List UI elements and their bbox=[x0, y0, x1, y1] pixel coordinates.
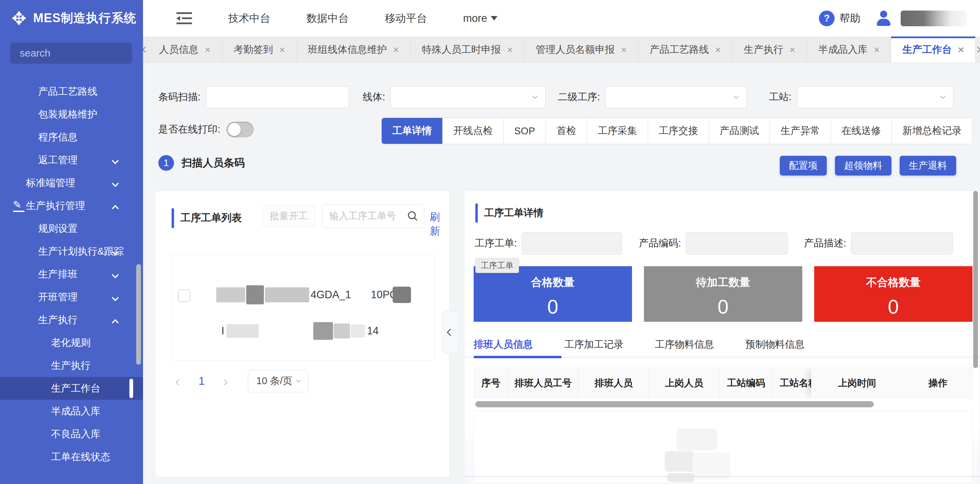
filter-line: 线体: bbox=[363, 86, 546, 108]
sidebar-item-standard-terminal-mgmt[interactable]: 标准端管理 bbox=[0, 171, 143, 194]
page-prev-button[interactable] bbox=[177, 375, 181, 387]
seg-process-handover[interactable]: 工序交接 bbox=[648, 118, 709, 144]
sidebar-item-defective-inbound[interactable]: 不良品入库 bbox=[0, 423, 143, 446]
seg-line-check[interactable]: 开线点检 bbox=[443, 118, 504, 144]
refresh-link[interactable]: 刷新 bbox=[430, 210, 449, 238]
open-tabs: 人员信息× 考勤签到× 班组线体信息维护× 特殊人员工时申报× 管理人员名额申报… bbox=[148, 37, 975, 63]
panel-collapse-handle[interactable] bbox=[442, 311, 459, 353]
chevron-down-icon bbox=[112, 180, 119, 187]
col-actions: 操作 bbox=[903, 368, 972, 398]
tab-process-materials[interactable]: 工序物料信息 bbox=[655, 338, 714, 351]
close-icon[interactable]: × bbox=[874, 45, 880, 55]
sidebar-item-semi-product-inbound[interactable]: 半成品入库 bbox=[0, 400, 143, 423]
close-icon[interactable]: × bbox=[507, 45, 513, 55]
tabs-scroll-right[interactable] bbox=[975, 37, 980, 63]
sidebar-item-production-workbench[interactable]: 生产工作台 bbox=[0, 377, 143, 400]
close-icon[interactable]: × bbox=[621, 45, 627, 55]
workorder-line1[interactable]: 4GDA_1 10PCS bbox=[216, 284, 411, 305]
help-button[interactable]: ? 帮助 bbox=[819, 11, 861, 26]
nav-mobile-platform[interactable]: 移动平台 bbox=[385, 11, 427, 26]
production-return-button[interactable]: 生产退料 bbox=[900, 156, 956, 176]
sidebar-item-aging-rules[interactable]: 老化规则 bbox=[0, 331, 143, 354]
sidebar-item-product-route[interactable]: 产品工艺路线 bbox=[0, 80, 143, 103]
workorder-search-input[interactable] bbox=[329, 210, 407, 222]
workorder-search[interactable] bbox=[322, 204, 424, 228]
tab-shift-personnel[interactable]: 排班人员信息 bbox=[474, 338, 533, 351]
user-icon[interactable] bbox=[875, 10, 892, 27]
tab-team-line-info[interactable]: 班组线体信息维护× bbox=[297, 37, 410, 63]
tab-product-route[interactable]: 产品工艺路线× bbox=[638, 37, 733, 63]
seg-first-inspection[interactable]: 首检 bbox=[546, 118, 587, 144]
process-select[interactable] bbox=[605, 86, 747, 108]
nav-more[interactable]: more bbox=[463, 12, 498, 24]
horizontal-scrollbar[interactable] bbox=[476, 401, 874, 407]
seg-sop[interactable]: SOP bbox=[504, 118, 546, 144]
sidebar-item-production-exec[interactable]: 生产执行 bbox=[0, 308, 143, 331]
view-tabs: 工单详情 开线点检 SOP 首检 工序采集 工序交接 产品测试 生产异常 在线送… bbox=[381, 118, 972, 144]
seg-production-abnormal[interactable]: 生产异常 bbox=[770, 118, 831, 144]
menu-fold-icon[interactable] bbox=[177, 12, 192, 24]
sidebar-search-input[interactable] bbox=[19, 47, 123, 59]
sidebar-item-plan-exec-tracking[interactable]: 生产计划执行&跟踪 bbox=[0, 240, 143, 263]
question-circle-icon: ? bbox=[819, 11, 835, 26]
sidebar-item-program-info[interactable]: 程序信息 bbox=[0, 126, 143, 149]
sidebar-item-workorder-online-status[interactable]: 工单在线状态 bbox=[0, 446, 143, 468]
page-size-select[interactable]: 10 条/页 bbox=[248, 370, 309, 392]
col-index: 序号 bbox=[474, 368, 508, 398]
config-items-button[interactable]: 配置项 bbox=[780, 156, 827, 176]
workorder-checkbox[interactable] bbox=[178, 289, 190, 302]
chevron-up-icon bbox=[112, 205, 119, 212]
extra-material-button[interactable]: 超领物料 bbox=[835, 156, 891, 176]
page-number[interactable]: 1 bbox=[199, 375, 205, 388]
tab-semi-inbound[interactable]: 半成品入库× bbox=[807, 37, 891, 63]
seg-new-inspection-record[interactable]: 新增总检记录 bbox=[892, 118, 972, 144]
tab-production-exec[interactable]: 生产执行× bbox=[732, 37, 807, 63]
close-icon[interactable]: × bbox=[715, 45, 721, 55]
tab-special-worktime[interactable]: 特殊人员工时申报× bbox=[410, 37, 525, 63]
chevron-down-icon bbox=[112, 271, 119, 278]
sidebar-item-shift-mgmt[interactable]: 开班管理 bbox=[0, 286, 143, 308]
page-next-button[interactable] bbox=[222, 375, 227, 387]
stat-card-qualified: 合格数量 0 bbox=[474, 266, 632, 322]
workorder-line2[interactable]: I 14 bbox=[221, 321, 379, 340]
tab-production-workbench[interactable]: 生产工作台× bbox=[891, 37, 975, 63]
tab-manager-quota[interactable]: 管理人员名额申报× bbox=[524, 37, 638, 63]
close-icon[interactable]: × bbox=[393, 45, 399, 55]
sidebar-item-production-exec-child[interactable]: 生产执行 bbox=[0, 354, 143, 377]
close-icon[interactable]: × bbox=[789, 45, 795, 55]
close-icon[interactable]: × bbox=[958, 45, 964, 55]
online-print-toggle[interactable] bbox=[226, 122, 254, 137]
workorder-value-field bbox=[522, 232, 622, 255]
tab-process-records[interactable]: 工序加工记录 bbox=[564, 338, 624, 351]
sidebar-item-rule-settings[interactable]: 规则设置 bbox=[0, 217, 143, 240]
open-tabs-bar: 人员信息× 考勤签到× 班组线体信息维护× 特殊人员工时申报× 管理人员名额申报… bbox=[143, 37, 980, 63]
line-select[interactable] bbox=[391, 86, 546, 108]
seg-product-test[interactable]: 产品测试 bbox=[709, 118, 770, 144]
barcode-input[interactable] bbox=[206, 86, 349, 108]
sidebar-item-packaging-spec[interactable]: 包装规格维护 bbox=[0, 103, 143, 126]
seg-online-repair[interactable]: 在线送修 bbox=[831, 118, 892, 144]
seg-workorder-detail[interactable]: 工单详情 bbox=[382, 118, 443, 144]
batch-start-button[interactable]: 批量开工 bbox=[263, 205, 315, 227]
close-icon[interactable]: × bbox=[205, 45, 211, 55]
sidebar-item-production-exec-mgmt[interactable]: ✎生产执行管理 bbox=[0, 194, 143, 217]
nav-data-platform[interactable]: 数据中台 bbox=[307, 11, 349, 26]
tab-personnel-info[interactable]: 人员信息× bbox=[148, 37, 222, 63]
tab-attendance[interactable]: 考勤签到× bbox=[222, 37, 297, 63]
close-icon[interactable]: × bbox=[279, 45, 285, 55]
station-select[interactable] bbox=[797, 86, 953, 108]
nav-tech-platform[interactable]: 技术中台 bbox=[228, 11, 270, 26]
tab-premade-materials[interactable]: 预制物料信息 bbox=[745, 338, 805, 351]
seg-process-collect[interactable]: 工序采集 bbox=[587, 118, 648, 144]
username-redacted[interactable] bbox=[900, 11, 967, 26]
sidebar-item-production-scheduling[interactable]: 生产排班 bbox=[0, 263, 143, 286]
vertical-scrollbar[interactable] bbox=[973, 191, 978, 368]
sidebar-search[interactable] bbox=[10, 43, 132, 64]
sidebar-scrollbar[interactable] bbox=[136, 264, 141, 365]
search-icon[interactable] bbox=[407, 211, 418, 221]
tabs-scroll-left[interactable] bbox=[143, 37, 148, 63]
sidebar-item-rework-mgmt[interactable]: 返工管理 bbox=[0, 149, 143, 171]
detail-tabs: 排班人员信息 工序加工记录 工序物料信息 预制物料信息 bbox=[474, 338, 805, 351]
workorder-detail-panel: 工序工单详情 工序工单: 产品编码: 产品描述: 工序工单 合格数量 0 待加工… bbox=[464, 191, 980, 484]
col-station-name: 工站名称 bbox=[773, 368, 811, 398]
